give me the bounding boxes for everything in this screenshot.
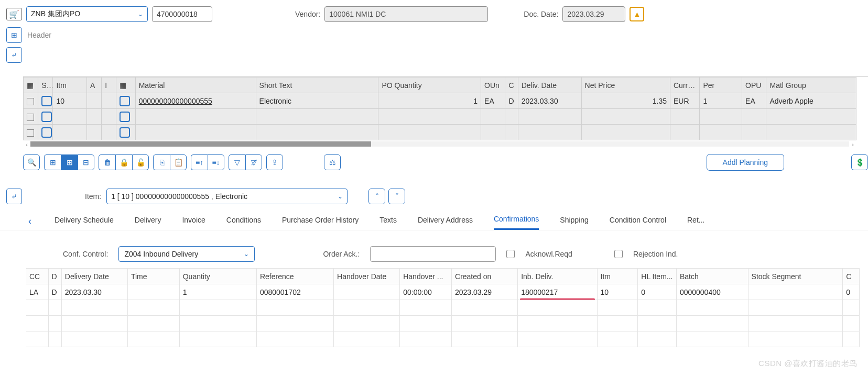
sort-desc-button[interactable]: ≡↓ (208, 154, 224, 170)
cell-created[interactable]: 2023.03.29 (452, 284, 518, 300)
delete-button[interactable]: 🗑 (99, 154, 115, 170)
cell-matlgroup[interactable]: Adverb Apple (766, 93, 856, 109)
unlock-button[interactable]: 🔓 (132, 154, 149, 170)
collapse-header-button[interactable]: ⤶ (6, 47, 22, 63)
col-opu[interactable]: OPU (742, 78, 766, 93)
cell-itm[interactable]: 10 (597, 284, 638, 300)
item-down-button[interactable]: ˅ (388, 189, 405, 204)
horizontal-scrollbar[interactable]: ‹ › (23, 141, 856, 149)
cell-opu[interactable]: EA (742, 93, 766, 109)
select-button[interactable]: ⊞ (44, 154, 61, 170)
cell-batch[interactable]: 0000000400 (676, 284, 748, 300)
sort-asc-button[interactable]: ≡↑ (191, 154, 208, 170)
col-handover-time[interactable]: Handover ... (400, 269, 452, 284)
grid-row[interactable] (24, 125, 856, 140)
cell-curr[interactable]: EUR (670, 93, 699, 109)
cell-delivdate[interactable]: 2023.03.30 (518, 93, 581, 109)
col-poqty[interactable]: PO Quantity (378, 78, 481, 93)
tab-scroll-left[interactable]: ‹ (26, 216, 34, 227)
col-shorttext[interactable]: Short Text (256, 78, 378, 93)
row-select-checkbox[interactable] (27, 114, 34, 121)
col-d[interactable]: D (48, 269, 61, 284)
po-type-select[interactable]: ZNB 集团内PO ⌄ (26, 6, 148, 22)
col-inb-deliv[interactable]: Inb. Deliv. (518, 269, 597, 284)
col-itm[interactable]: Itm (597, 269, 638, 284)
copy-button[interactable]: ⎘ (153, 154, 170, 170)
tab-texts[interactable]: Texts (379, 214, 397, 229)
scroll-left-icon[interactable]: ‹ (23, 141, 30, 149)
rejection-ind-checkbox[interactable] (614, 250, 623, 258)
cell-time[interactable] (127, 284, 179, 300)
item-detail-box[interactable] (120, 112, 130, 122)
col-delivdate[interactable]: Deliv. Date (518, 78, 581, 93)
item-up-button[interactable]: ˄ (368, 189, 385, 204)
export-button[interactable]: ⇪ (266, 154, 283, 170)
cell-itm[interactable]: 10 (53, 93, 87, 109)
filter-off-button[interactable]: ▽̸ (245, 154, 262, 170)
col-a[interactable]: A (86, 78, 101, 93)
col-batch[interactable]: Batch (676, 269, 748, 284)
col-oun[interactable]: OUn (481, 78, 505, 93)
po-number-input[interactable]: 4700000018 (152, 6, 212, 22)
tab-shipping[interactable]: Shipping (560, 214, 589, 229)
cell-c[interactable]: D (505, 93, 518, 109)
tab-delivery-address[interactable]: Delivery Address (418, 214, 473, 229)
expand-col-icon[interactable]: ▦ (116, 78, 135, 93)
acknowl-reqd-checkbox[interactable] (506, 250, 515, 258)
detail-row[interactable]: LA D 2023.03.30 1 0080001702 00:00:00 20… (26, 284, 860, 300)
col-s[interactable]: S... (38, 78, 53, 93)
cell-shorttext[interactable]: Electronic (256, 93, 378, 109)
col-i[interactable]: I (102, 78, 116, 93)
tab-delivery-schedule[interactable]: Delivery Schedule (55, 214, 114, 229)
deselect-button[interactable]: ⊟ (78, 154, 94, 170)
col-c[interactable]: C (505, 78, 518, 93)
cell-per[interactable]: 1 (700, 93, 742, 109)
grid-row[interactable] (24, 109, 856, 125)
status-box[interactable] (41, 96, 52, 106)
tab-confirmations[interactable]: Confirmations (494, 213, 539, 230)
col-per[interactable]: Per (700, 78, 742, 93)
cell-c[interactable]: 0 (843, 284, 860, 300)
cell-inb-deliv[interactable]: 180000217 (518, 284, 597, 300)
cell-handover-date[interactable] (334, 284, 400, 300)
col-created[interactable]: Created on (452, 269, 518, 284)
tab-more[interactable]: Ret... (687, 214, 704, 229)
detail-row[interactable] (26, 316, 860, 331)
status-box[interactable] (41, 127, 52, 138)
tab-conditions[interactable]: Conditions (226, 214, 261, 229)
col-c[interactable]: C (843, 269, 860, 284)
conf-control-select[interactable]: Z004 Inbound Delivery ⌄ (118, 246, 255, 262)
cell-oun[interactable]: EA (481, 93, 505, 109)
cell-poqty[interactable]: 1 (378, 93, 481, 109)
cell-qty[interactable]: 1 (179, 284, 256, 300)
item-detail-box[interactable] (120, 127, 130, 138)
select-all-button[interactable]: ⊞ (61, 154, 78, 170)
currency-button[interactable]: 💲 (851, 154, 868, 170)
tab-invoice[interactable]: Invoice (182, 214, 205, 229)
col-material[interactable]: Material (135, 78, 256, 93)
row-select-checkbox[interactable] (27, 129, 34, 137)
col-matlgroup[interactable]: Matl Group (766, 78, 856, 93)
col-ref[interactable]: Reference (256, 269, 333, 284)
row-select-checkbox[interactable] (27, 98, 34, 105)
col-time[interactable]: Time (127, 269, 179, 284)
detail-row[interactable] (26, 331, 860, 347)
tab-condition-control[interactable]: Condition Control (610, 214, 666, 229)
status-box[interactable] (41, 112, 52, 122)
detail-view-button[interactable]: 🔍 (23, 154, 40, 170)
cell-cc[interactable]: LA (26, 284, 48, 300)
col-curr[interactable]: Curre... (670, 78, 699, 93)
item-dropdown[interactable]: 1 [ 10 ] 000000000000000555 , Electronic… (106, 189, 348, 204)
col-stock-segment[interactable]: Stock Segment (748, 269, 843, 284)
cell-delivdate[interactable]: 2023.03.30 (61, 284, 127, 300)
collapse-item-button[interactable]: ⤶ (6, 189, 22, 204)
col-handover-date[interactable]: Handover Date (334, 269, 400, 284)
scroll-thumb[interactable] (30, 141, 371, 147)
cell-sseg[interactable] (748, 284, 843, 300)
col-qty[interactable]: Quantity (179, 269, 256, 284)
tab-delivery[interactable]: Delivery (135, 214, 161, 229)
warning-button[interactable]: ▲ (630, 7, 644, 21)
paste-button[interactable]: 📋 (170, 154, 187, 170)
filter-button[interactable]: ▽ (229, 154, 245, 170)
balance-icon[interactable]: ⚖ (324, 154, 341, 170)
